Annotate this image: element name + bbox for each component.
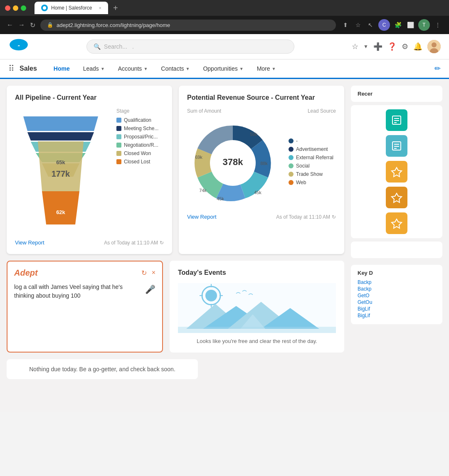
adept-header: Adept ↻ × [14, 268, 155, 278]
browser-dots [5, 5, 26, 11]
address-box[interactable]: 🔒 adept2.lightning.force.com/lightning/p… [40, 20, 336, 31]
nav-contacts-chevron: ▼ [186, 67, 190, 71]
legend-item-closed-lost: Closed Lost [116, 159, 158, 165]
tab-title: Home | Salesforce [51, 5, 92, 11]
svg-text:65k: 65k [56, 159, 65, 165]
revenue-as-of: As of Today at 11:10 AM ↻ [276, 214, 336, 220]
svg-point-27 [205, 290, 217, 301]
dot-green[interactable] [21, 5, 26, 11]
key-deal-link-6[interactable]: BigLif [358, 313, 436, 318]
avatar[interactable] [427, 40, 441, 53]
profile-c-icon[interactable]: C [378, 19, 390, 31]
recent-icon-4[interactable] [386, 187, 407, 208]
share-icon[interactable]: ⬆ [341, 20, 350, 30]
adept-input-area: log a call with James Veel saying that h… [14, 283, 155, 300]
nav-opp-chevron: ▼ [239, 67, 244, 71]
revenue-refresh-icon[interactable]: ↻ [332, 214, 336, 220]
key-deal-link-3[interactable]: GetO [358, 293, 436, 298]
revenue-view-report[interactable]: View Report [187, 214, 217, 220]
svg-marker-46 [392, 168, 402, 177]
revenue-legend-item-social: Social [289, 163, 333, 169]
dashboard-row-1: All Pipeline - Current Year [7, 86, 344, 254]
nothing-due-text: Nothing due today. Be a go-getter, and c… [13, 366, 191, 372]
nav-item-contacts[interactable]: Contacts ▼ [154, 59, 196, 79]
settings-icon[interactable]: ⚙ [402, 42, 408, 51]
revenue-card: Potential Revenue Source - Current Year … [179, 86, 344, 254]
favorites-icon[interactable]: ☆ [352, 42, 358, 51]
key-deals-title: Key D [358, 270, 436, 276]
adept-card: Adept ↻ × log a call with James Veel say… [7, 261, 163, 353]
sf-search-bar[interactable]: 🔍 Search... . [86, 39, 294, 54]
funnel-container: 65k 177k 62k Stage Qualification [15, 108, 164, 234]
legend-item-meeting: Meeting Sche... [116, 126, 158, 131]
nav-more-label: More [257, 65, 270, 72]
menu-icon[interactable]: ⋮ [433, 20, 442, 30]
adept-logo: Adept [14, 268, 38, 278]
content-area: All Pipeline - Current Year [7, 86, 344, 405]
sf-header-icons: ☆ ▼ ➕ ❓ ⚙ 🔔 [352, 40, 441, 53]
help-icon[interactable]: ❓ [387, 42, 397, 51]
lock-icon: 🔒 [47, 22, 53, 28]
tab-close-icon[interactable]: × [99, 5, 101, 10]
window-icon[interactable]: ⬜ [406, 20, 415, 30]
svg-text:74k: 74k [199, 188, 207, 193]
recent-icon-1[interactable] [386, 109, 407, 131]
nav-item-more[interactable]: More ▼ [250, 59, 283, 79]
tab-add-icon[interactable]: + [113, 3, 118, 13]
adept-close-icon[interactable]: × [152, 269, 155, 277]
key-deal-link-2[interactable]: Backp [358, 286, 436, 292]
svg-text:62k: 62k [56, 209, 65, 215]
search-icon: 🔍 [94, 43, 101, 50]
mic-icon[interactable]: 🎤 [145, 284, 155, 294]
pipeline-title: All Pipeline - Current Year [15, 94, 164, 101]
favorites-dropdown-icon[interactable]: ▼ [363, 44, 368, 49]
legend-item-negotiation: Negotiation/R... [116, 142, 158, 148]
svg-marker-13 [42, 191, 79, 224]
notifications-icon[interactable]: 🔔 [413, 42, 422, 51]
bookmark-icon[interactable]: ☆ [353, 20, 363, 30]
reload-icon[interactable]: ↻ [30, 21, 35, 29]
browser-addressbar: ← → ↻ 🔒 adept2.lightning.force.com/light… [0, 16, 449, 34]
sum-label: Sum of Amount [187, 108, 221, 114]
pipeline-view-report[interactable]: View Report [15, 239, 44, 246]
adept-input-text[interactable]: log a call with James Veel saying that h… [14, 283, 142, 300]
svg-point-5 [432, 42, 437, 47]
browser-tab[interactable]: Home | Salesforce × [35, 2, 108, 14]
pipeline-refresh-icon[interactable]: ↻ [160, 240, 164, 246]
key-deal-link-5[interactable]: BigLif [358, 306, 436, 312]
back-icon[interactable]: ← [7, 21, 13, 29]
forward-icon[interactable]: → [18, 21, 25, 29]
nav-item-accounts[interactable]: Accounts ▼ [111, 59, 155, 79]
legend-item-qualification: Qualification [116, 117, 158, 123]
svg-text:177k: 177k [52, 169, 70, 178]
recent-icon-2[interactable] [386, 135, 407, 157]
adept-controls: ↻ × [141, 269, 155, 277]
dot-yellow[interactable] [13, 5, 18, 11]
legend-item-proposal: Proposal/Pric... [116, 134, 158, 140]
key-deal-link-1[interactable]: Backp [358, 279, 436, 285]
nav-item-home[interactable]: Home [47, 59, 76, 79]
nav-edit-icon[interactable]: ✏ [434, 64, 441, 73]
donut-container: 378k 59k 88k 45k 45k 74k 69k [187, 117, 336, 209]
puzzle-icon[interactable]: 🧩 [393, 20, 402, 30]
recent-icon-5[interactable] [386, 212, 407, 234]
browser-titlebar: Home | Salesforce × + [0, 0, 449, 16]
dot-red[interactable] [5, 5, 10, 11]
donut-labels-row: Sum of Amount Lead Source [187, 108, 336, 114]
key-deal-link-4[interactable]: GetOu [358, 299, 436, 305]
sf-main: All Pipeline - Current Year [0, 79, 449, 412]
sf-app: ☁ 🔍 Search... . ☆ ▼ ➕ ❓ ⚙ 🔔 [0, 34, 449, 412]
revenue-legend: - Advertisement External Referral [289, 138, 333, 188]
browser-actions: ⬆ ☆ ↖ C 🧩 ⬜ T ⋮ [341, 19, 442, 31]
profile-t-icon[interactable]: T [418, 19, 430, 31]
nav-item-leads[interactable]: Leads ▼ [76, 59, 111, 79]
nav-item-opportunities[interactable]: Opportunities ▼ [196, 59, 250, 79]
recent-icon-3[interactable] [386, 161, 407, 183]
nav-home-label: Home [54, 65, 70, 72]
tab-favicon [41, 5, 48, 11]
svg-text:45k: 45k [217, 196, 224, 201]
lead-source-label: Lead Source [308, 108, 336, 114]
add-icon[interactable]: ➕ [373, 42, 382, 51]
app-grid-icon[interactable]: ⠿ [8, 64, 15, 74]
adept-refresh-icon[interactable]: ↻ [141, 269, 147, 277]
